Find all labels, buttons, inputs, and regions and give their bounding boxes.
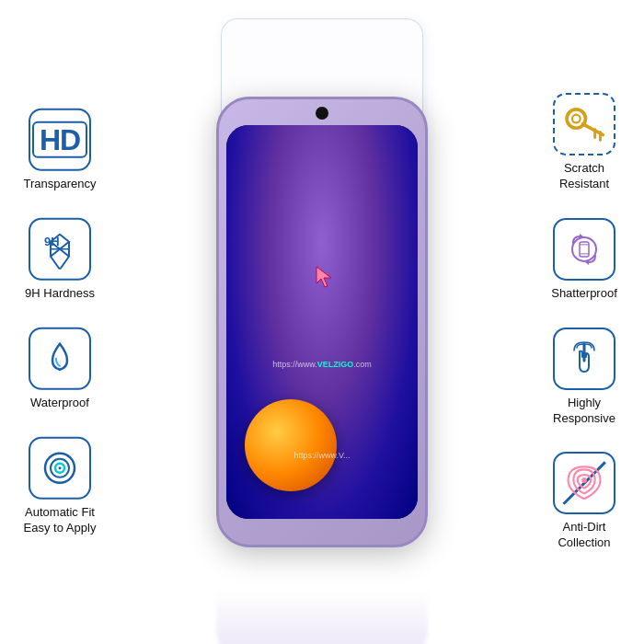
hd-icon: HD xyxy=(32,121,87,158)
svg-point-9 xyxy=(59,466,62,469)
9h-icon-box: 9H xyxy=(29,218,91,281)
svg-rect-19 xyxy=(580,242,589,257)
screen-content: https://www.VELZIGO.com https://www.V... xyxy=(226,125,418,519)
watermark-text: https://www.VELZIGO.com xyxy=(226,360,418,369)
scratch-icon-box xyxy=(553,93,615,155)
feature-responsive: HighlyResponsive xyxy=(553,328,615,427)
shatterproof-label: Shatterproof xyxy=(551,286,617,302)
right-features: ScratchResistant Shatterp xyxy=(534,93,635,551)
feature-9h-hardness: 9H 9H Hardness xyxy=(25,218,95,302)
target-circle-icon xyxy=(40,447,80,488)
hd-icon-box: HD xyxy=(29,109,91,171)
rotate-icon xyxy=(564,229,604,270)
feature-hd-transparency: HD Transparency xyxy=(24,109,97,192)
shatterproof-icon-box xyxy=(553,218,615,281)
key-icon xyxy=(555,95,614,154)
feature-waterproof: Waterproof xyxy=(29,328,91,411)
waterproof-label: Waterproof xyxy=(30,396,89,411)
phone-center: https://www.VELZIGO.com https://www.V... xyxy=(166,37,478,607)
waterproof-icon-box xyxy=(29,328,91,390)
auto-fit-label: Automatic FitEasy to Apply xyxy=(24,504,97,535)
feature-anti-dirt: Anti-DirtCollection xyxy=(553,452,615,551)
svg-marker-1 xyxy=(51,249,69,270)
feature-shatterproof: Shatterproof xyxy=(551,218,617,302)
responsive-label: HighlyResponsive xyxy=(553,396,615,427)
anti-dirt-icon-box xyxy=(553,452,615,514)
cursor-icon xyxy=(313,263,340,291)
svg-point-22 xyxy=(581,478,587,484)
svg-point-12 xyxy=(572,115,581,123)
diamond-icon: 9H xyxy=(40,229,80,270)
left-features: HD Transparency 9H 9H Hardness xyxy=(9,109,110,535)
phone-reflection xyxy=(216,589,428,644)
fingerprint-icon xyxy=(555,454,614,512)
touch-icon xyxy=(564,339,604,379)
svg-marker-10 xyxy=(316,267,331,287)
responsive-icon-box xyxy=(553,328,615,390)
scratch-label: ScratchResistant xyxy=(559,161,609,192)
anti-dirt-label: Anti-DirtCollection xyxy=(558,520,610,551)
auto-fit-icon-box xyxy=(29,436,91,499)
svg-point-16 xyxy=(572,237,596,261)
feature-scratch: ScratchResistant xyxy=(553,93,615,192)
hd-label: Transparency xyxy=(24,177,97,192)
main-container: HD Transparency 9H 9H Hardness xyxy=(0,0,644,644)
9h-label: 9H Hardness xyxy=(25,286,95,302)
wallpaper-ball xyxy=(245,399,337,491)
phone-screen: https://www.VELZIGO.com https://www.V... xyxy=(226,125,418,519)
phone-notch xyxy=(316,107,328,120)
phone-body: https://www.VELZIGO.com https://www.V... xyxy=(216,97,428,547)
droplet-icon xyxy=(40,339,80,379)
watermark-text2: https://www.V... xyxy=(226,451,418,460)
feature-auto-fit: Automatic FitEasy to Apply xyxy=(24,436,97,535)
